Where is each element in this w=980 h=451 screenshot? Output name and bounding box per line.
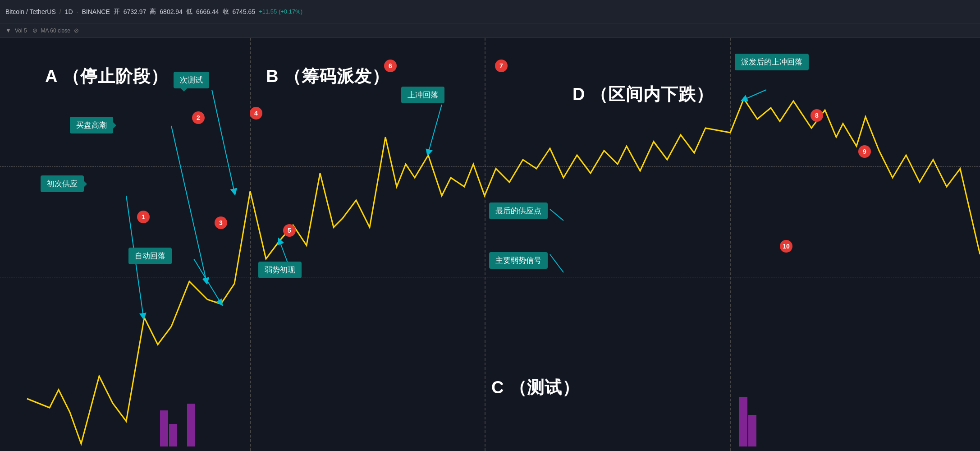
num-5: 5 (283, 224, 296, 237)
open-label: 开 (114, 8, 120, 16)
section-d-heading: D （区间内下跌） (572, 83, 714, 106)
section-b-heading: B （筹码派发） (266, 65, 389, 88)
chart-area: A （停止阶段） B （筹码派发） C （测试） D （区间内下跌） 买盘高潮 … (0, 38, 980, 451)
high-label: 高 (150, 8, 156, 16)
svg-line-6 (550, 209, 563, 221)
num-6: 6 (384, 60, 397, 72)
svg-line-7 (550, 254, 563, 272)
num-3: 3 (215, 216, 227, 229)
section-c-heading: C （测试） (491, 376, 580, 399)
label-initial-supply: 初次供应 (41, 175, 84, 192)
eye-icon[interactable]: ⊘ (32, 27, 37, 34)
num-8: 8 (811, 109, 823, 122)
low-label: 低 (186, 8, 192, 16)
dropdown-icon[interactable]: ▼ (5, 27, 11, 34)
low-val: 6666.44 (196, 8, 219, 15)
svg-line-4 (428, 105, 442, 153)
label-major-sign-weakness: 主要弱势信号 (489, 252, 548, 269)
chart-header: Bitcoin / TetherUS / 1D · BINANCE 开6732.… (0, 0, 980, 23)
change-val: +11.55 (+0.17%) (259, 8, 302, 15)
label-sign-weakness: 弱势初现 (258, 262, 302, 278)
price-chart (0, 38, 980, 451)
num-2: 2 (192, 111, 205, 124)
settings-icon[interactable]: ⊘ (74, 27, 79, 34)
close-val: 6745.65 (233, 8, 256, 15)
close-label: 收 (223, 8, 229, 16)
num-4: 4 (250, 107, 262, 120)
label-upthrust-after-distribution: 派发后的上冲回落 (735, 54, 809, 70)
vol-bar-header: ▼ Vol 5 ⊘ MA 60 close ⊘ (0, 23, 980, 38)
interval-label: 1D (65, 8, 73, 15)
vol-label: Vol 5 (15, 28, 27, 34)
ma-label: MA 60 close (41, 28, 70, 34)
svg-line-0 (171, 126, 206, 281)
label-upthrust-b: 上冲回落 (401, 87, 444, 103)
num-9: 9 (858, 145, 871, 158)
num-7: 7 (495, 60, 508, 72)
svg-line-8 (744, 90, 766, 100)
svg-line-3 (212, 90, 234, 192)
label-auto-reaction: 自动回落 (128, 248, 172, 264)
svg-line-2 (194, 259, 221, 303)
label-secondary-test: 次测试 (174, 72, 209, 88)
pair-label: Bitcoin / TetherUS (5, 8, 56, 15)
section-a-heading: A （停止阶段） (45, 65, 168, 88)
num-10: 10 (780, 240, 792, 253)
label-last-supply: 最后的供应点 (489, 202, 548, 219)
num-1: 1 (137, 211, 150, 223)
exchange-label: BINANCE (82, 8, 110, 15)
open-val: 6732.97 (124, 8, 147, 15)
high-val: 6802.94 (160, 8, 183, 15)
label-buying-climax: 买盘高潮 (70, 117, 113, 133)
